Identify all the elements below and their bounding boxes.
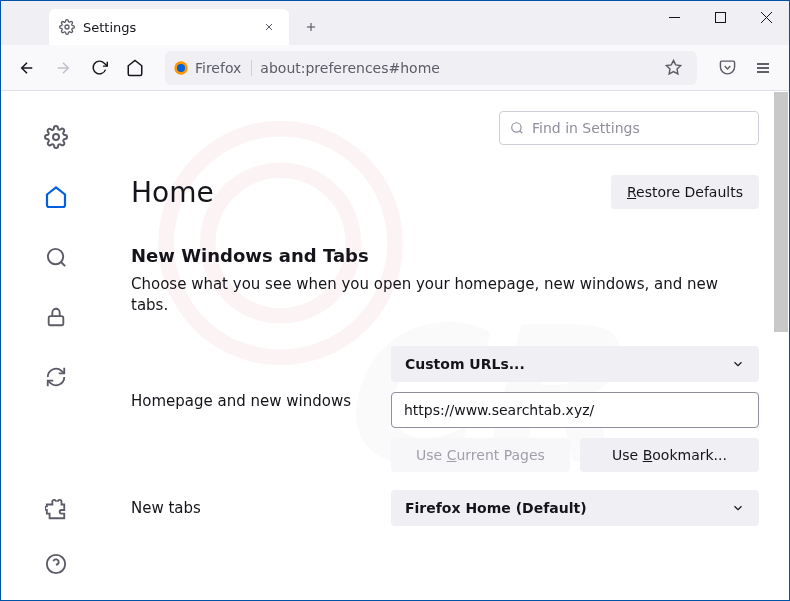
sidebar-item-privacy[interactable] xyxy=(38,299,74,335)
settings-main: Find in Settings Home Restore Defaults N… xyxy=(111,91,789,601)
svg-rect-23 xyxy=(49,316,64,325)
home-icon xyxy=(44,185,68,209)
minimize-button[interactable] xyxy=(651,1,697,33)
tab-title: Settings xyxy=(83,20,251,35)
sidebar-item-sync[interactable] xyxy=(38,359,74,395)
homepage-url-input[interactable] xyxy=(391,392,759,428)
svg-point-21 xyxy=(47,248,62,263)
close-tab-button[interactable] xyxy=(259,17,279,37)
plus-icon xyxy=(304,20,318,34)
svg-point-26 xyxy=(512,123,521,132)
lock-icon xyxy=(45,306,67,328)
identity-label: Firefox xyxy=(195,60,241,76)
sidebar-item-extensions[interactable] xyxy=(38,492,74,528)
restore-defaults-button[interactable]: Restore Defaults xyxy=(611,175,759,209)
sidebar-item-home[interactable] xyxy=(38,179,74,215)
svg-point-12 xyxy=(177,64,185,72)
gear-icon xyxy=(59,19,75,35)
hamburger-icon xyxy=(755,60,771,76)
chevron-down-icon xyxy=(731,357,745,371)
section-description: Choose what you see when you open your h… xyxy=(131,274,759,316)
app-menu-button[interactable] xyxy=(747,52,779,84)
page-title: Home xyxy=(131,176,214,209)
newtabs-select[interactable]: Firefox Home (Default) xyxy=(391,490,759,526)
forward-button[interactable] xyxy=(47,52,79,84)
sidebar-item-search[interactable] xyxy=(38,239,74,275)
search-icon xyxy=(45,246,68,269)
svg-point-20 xyxy=(53,134,59,140)
settings-search-input[interactable]: Find in Settings xyxy=(499,111,759,145)
close-icon xyxy=(761,12,772,23)
homepage-label: Homepage and new windows xyxy=(131,346,371,410)
maximize-icon xyxy=(715,12,726,23)
search-placeholder: Find in Settings xyxy=(532,120,640,136)
star-icon xyxy=(665,59,682,76)
puzzle-icon xyxy=(45,499,67,521)
svg-rect-6 xyxy=(715,12,725,22)
select-value: Firefox Home (Default) xyxy=(405,500,587,516)
search-icon xyxy=(510,121,524,135)
close-window-button[interactable] xyxy=(743,1,789,33)
reload-icon xyxy=(91,59,108,76)
pocket-icon xyxy=(719,59,736,76)
sidebar-item-general[interactable] xyxy=(38,119,74,155)
maximize-button[interactable] xyxy=(697,1,743,33)
minimize-icon xyxy=(669,12,680,23)
identity-box[interactable]: Firefox xyxy=(173,60,252,76)
section-title: New Windows and Tabs xyxy=(131,245,759,266)
sidebar-item-help[interactable] xyxy=(38,546,74,582)
pocket-button[interactable] xyxy=(711,52,743,84)
arrow-right-icon xyxy=(54,59,72,77)
help-icon xyxy=(45,553,67,575)
close-icon xyxy=(263,21,275,33)
svg-marker-13 xyxy=(666,60,680,73)
homepage-mode-select[interactable]: Custom URLs... xyxy=(391,346,759,382)
new-tab-button[interactable] xyxy=(295,11,327,43)
use-bookmark-button[interactable]: Use Bookmark... xyxy=(580,438,759,472)
chevron-down-icon xyxy=(731,501,745,515)
back-button[interactable] xyxy=(11,52,43,84)
gear-icon xyxy=(44,125,68,149)
url-bar[interactable]: Firefox about:preferences#home xyxy=(165,51,697,85)
bookmark-star-button[interactable] xyxy=(657,52,689,84)
url-text: about:preferences#home xyxy=(260,60,649,76)
select-value: Custom URLs... xyxy=(405,356,525,372)
newtabs-label: New tabs xyxy=(131,499,371,517)
reload-button[interactable] xyxy=(83,52,115,84)
navigation-toolbar: Firefox about:preferences#home xyxy=(1,45,789,91)
svg-line-22 xyxy=(60,261,64,265)
home-icon xyxy=(126,59,144,77)
firefox-icon xyxy=(173,60,189,76)
settings-sidebar xyxy=(1,91,111,601)
svg-line-27 xyxy=(520,131,523,134)
browser-tab[interactable]: Settings xyxy=(49,9,289,45)
use-current-pages-button[interactable]: Use Current Pages xyxy=(391,438,570,472)
arrow-left-icon xyxy=(18,59,36,77)
window-controls xyxy=(651,1,789,39)
sync-icon xyxy=(45,366,67,388)
svg-point-0 xyxy=(65,25,69,29)
home-button[interactable] xyxy=(119,52,151,84)
